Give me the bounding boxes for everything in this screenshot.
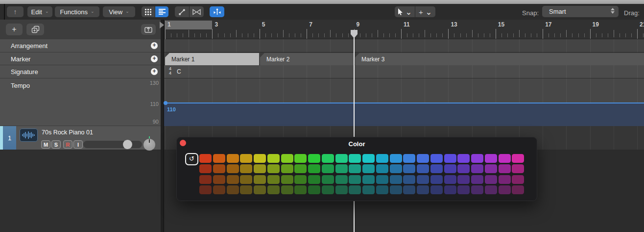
color-swatch[interactable] — [499, 164, 511, 173]
color-swatch[interactable] — [349, 175, 361, 184]
color-swatch[interactable] — [335, 154, 348, 163]
pan-knob[interactable] — [143, 139, 155, 151]
add-marker-button[interactable]: + — [151, 55, 158, 62]
color-swatch[interactable] — [240, 175, 252, 184]
reset-color-button[interactable]: ↺ — [185, 153, 198, 165]
track-1-header[interactable]: 1 70s Rock Piano 01 M S R I — [0, 126, 161, 150]
color-swatch[interactable] — [322, 154, 334, 163]
color-swatch[interactable] — [512, 154, 524, 163]
add-track-button[interactable]: + — [6, 24, 23, 35]
color-swatch[interactable] — [199, 185, 212, 194]
color-swatch[interactable] — [267, 154, 280, 163]
time-signature[interactable]: 4 4 — [169, 67, 171, 76]
header-timeline-divider[interactable] — [161, 20, 164, 232]
color-swatch[interactable] — [471, 164, 483, 173]
color-swatch[interactable] — [227, 154, 239, 163]
global-row-marker[interactable]: Marker + — [0, 52, 161, 65]
color-swatch[interactable] — [485, 175, 497, 184]
color-swatch[interactable] — [499, 154, 511, 163]
track-name[interactable]: 70s Rock Piano 01 — [42, 129, 93, 136]
color-swatch[interactable] — [281, 185, 293, 194]
color-swatch[interactable] — [227, 185, 239, 194]
color-swatch[interactable] — [390, 154, 402, 163]
bar-ruler[interactable]: 13579111315171921 — [164, 20, 644, 39]
arrangement-lane[interactable] — [164, 39, 644, 52]
cycle-region[interactable] — [165, 21, 212, 29]
color-swatch[interactable] — [457, 185, 470, 194]
color-swatch[interactable] — [294, 164, 307, 173]
color-swatch[interactable] — [349, 154, 361, 163]
key-signature[interactable]: C — [177, 68, 181, 75]
add-signature-button[interactable]: + — [151, 68, 158, 75]
signature-lane[interactable]: 4 4 C — [164, 65, 644, 78]
color-swatch[interactable] — [444, 175, 456, 184]
color-swatch[interactable] — [267, 164, 280, 173]
color-swatch[interactable] — [417, 185, 429, 194]
color-swatch[interactable] — [349, 185, 361, 194]
edit-menu-button[interactable]: Edit ⌄ — [27, 6, 52, 17]
color-swatch[interactable] — [281, 154, 293, 163]
hide-global-tracks-button[interactable] — [141, 24, 156, 35]
color-swatch[interactable] — [335, 185, 348, 194]
color-swatch[interactable] — [322, 175, 334, 184]
color-swatch[interactable] — [362, 154, 375, 163]
color-swatch[interactable] — [444, 154, 456, 163]
color-swatch[interactable] — [308, 185, 320, 194]
catch-playhead-button[interactable] — [210, 6, 224, 17]
color-swatch[interactable] — [471, 154, 483, 163]
color-swatch[interactable] — [308, 164, 320, 173]
color-swatch[interactable] — [512, 175, 524, 184]
color-swatch[interactable] — [335, 175, 348, 184]
record-enable-button[interactable]: R — [63, 140, 72, 149]
color-swatch[interactable] — [227, 164, 239, 173]
color-swatch[interactable] — [240, 185, 252, 194]
color-swatch[interactable] — [199, 154, 212, 163]
snap-dropdown[interactable]: Smart — [542, 6, 619, 17]
color-swatch[interactable] — [199, 164, 212, 173]
color-swatch[interactable] — [444, 164, 456, 173]
color-swatch[interactable] — [430, 175, 443, 184]
color-swatch[interactable] — [376, 185, 388, 194]
input-monitor-button[interactable]: I — [73, 140, 83, 149]
color-swatch[interactable] — [417, 154, 429, 163]
color-swatch[interactable] — [322, 164, 334, 173]
marker-item[interactable]: Marker 2 — [260, 53, 354, 65]
global-row-signature[interactable]: Signature + — [0, 65, 161, 78]
color-swatch[interactable] — [213, 154, 225, 163]
color-swatch[interactable] — [471, 185, 483, 194]
color-swatch[interactable] — [457, 154, 470, 163]
mute-button[interactable]: M — [41, 140, 50, 149]
color-swatch[interactable] — [390, 185, 402, 194]
global-row-tempo[interactable]: Tempo 130 110 90 — [0, 78, 161, 126]
marker-item[interactable]: Marker 3 — [355, 53, 644, 65]
color-swatch[interactable] — [254, 154, 266, 163]
color-swatch[interactable] — [403, 154, 415, 163]
color-swatch[interactable] — [362, 185, 375, 194]
color-swatch[interactable] — [430, 185, 443, 194]
color-swatch[interactable] — [254, 175, 266, 184]
duplicate-track-button[interactable] — [26, 24, 44, 35]
tempo-lane[interactable]: 110 — [164, 78, 644, 126]
list-view-button[interactable] — [155, 6, 168, 17]
color-swatch[interactable] — [335, 164, 348, 173]
color-swatch[interactable] — [227, 175, 239, 184]
panel-close-button[interactable] — [180, 140, 186, 146]
color-swatch[interactable] — [213, 175, 225, 184]
color-swatch[interactable] — [430, 164, 443, 173]
color-swatch[interactable] — [362, 175, 375, 184]
color-swatch[interactable] — [485, 154, 497, 163]
color-swatch[interactable] — [240, 164, 252, 173]
color-swatch[interactable] — [403, 164, 415, 173]
left-click-tool-button[interactable]: ⌄ — [395, 6, 415, 17]
color-swatch[interactable] — [281, 164, 293, 173]
color-swatch[interactable] — [499, 175, 511, 184]
tempo-line[interactable] — [164, 103, 644, 103]
color-swatch[interactable] — [485, 185, 497, 194]
global-row-arrangement[interactable]: Arrangement + — [0, 39, 161, 52]
color-swatch[interactable] — [457, 164, 470, 173]
grid-view-button[interactable] — [142, 6, 155, 17]
color-swatch[interactable] — [390, 164, 402, 173]
color-swatch[interactable] — [417, 164, 429, 173]
color-swatch[interactable] — [213, 164, 225, 173]
color-swatch[interactable] — [267, 175, 280, 184]
